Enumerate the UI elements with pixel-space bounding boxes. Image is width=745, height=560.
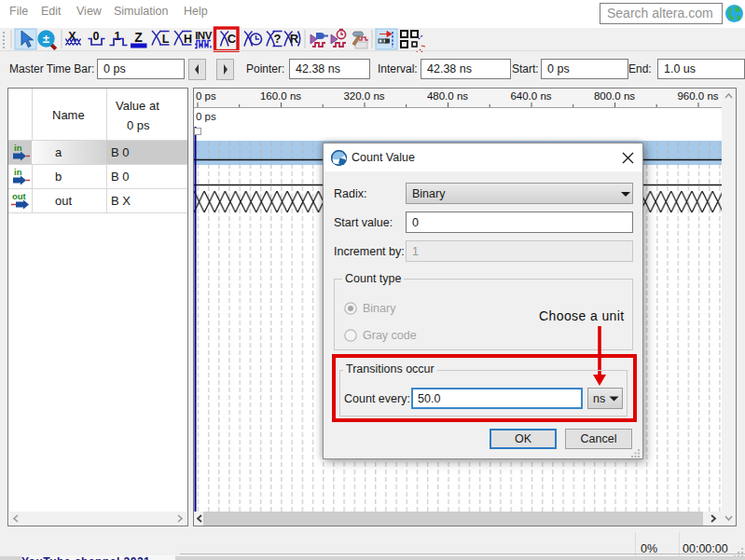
svg-text:960.0 ns: 960.0 ns xyxy=(677,90,718,102)
svg-text:INV: INV xyxy=(195,30,213,41)
svg-text:0 ps: 0 ps xyxy=(196,90,216,102)
svg-text:in: in xyxy=(14,143,22,153)
svg-text:320.0 ns: 320.0 ns xyxy=(343,90,384,102)
svg-text:R: R xyxy=(290,32,299,46)
svg-text:480.0 ns: 480.0 ns xyxy=(427,90,468,102)
svg-text:H: H xyxy=(184,33,192,46)
svg-text:800.0 ns: 800.0 ns xyxy=(594,90,635,102)
svg-text:±: ± xyxy=(43,32,50,46)
svg-text:0: 0 xyxy=(93,30,100,43)
svg-text:out: out xyxy=(12,191,27,201)
svg-text:in: in xyxy=(14,167,22,177)
svg-text:Z: Z xyxy=(134,30,143,45)
svg-text:C: C xyxy=(228,32,237,46)
svg-text:?: ? xyxy=(274,32,282,46)
svg-text:160.0 ns: 160.0 ns xyxy=(260,90,301,102)
svg-text:640.0 ns: 640.0 ns xyxy=(510,90,551,102)
svg-text:L: L xyxy=(162,33,170,46)
svg-text:1: 1 xyxy=(115,30,121,43)
